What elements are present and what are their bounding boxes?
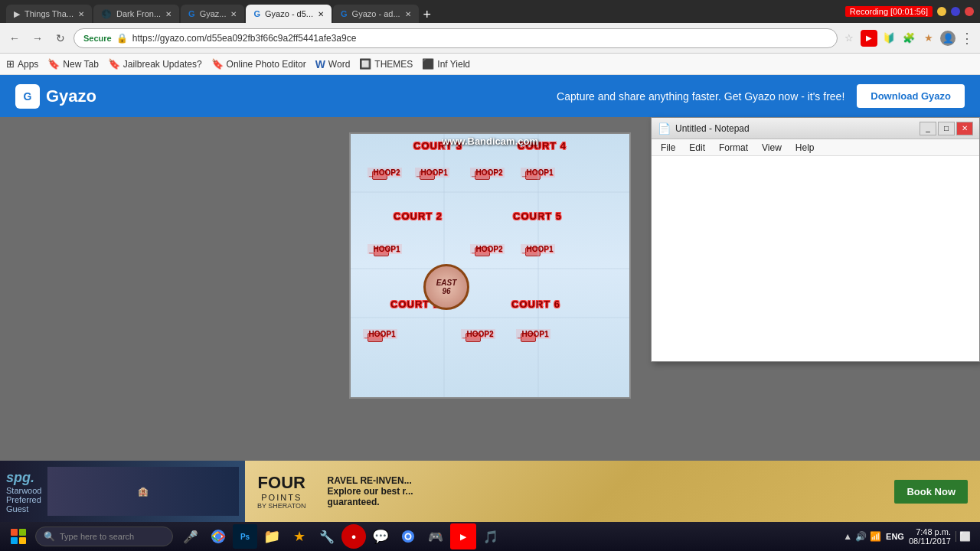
close-btn[interactable]	[965, 7, 974, 16]
notepad-file[interactable]: File	[655, 141, 681, 155]
show-desktop[interactable]: ⬜	[956, 531, 971, 542]
download-gyazo-button[interactable]: Download Gyazo	[857, 84, 965, 108]
tab-dark[interactable]: 🌑 Dark Fron... ✕	[93, 5, 179, 23]
bookmark-photo[interactable]: 🔖 Online Photo Editor	[211, 58, 306, 70]
notepad-close[interactable]: ✕	[956, 122, 973, 135]
book-now-button[interactable]: Book Now	[894, 480, 968, 504]
back-button[interactable]: ←	[5, 28, 24, 48]
bookmark-label: Word	[328, 59, 350, 70]
tab-label: Gyaz...	[200, 9, 227, 18]
taskbar: 🔍 Type here to search 🎤 Ps 📁 ★ 🔧 ● 💬	[0, 522, 980, 551]
four-points-logo: FOUR POINTS BY SHERATON	[257, 473, 306, 510]
tab-favicon: G	[253, 9, 260, 18]
ad-guaranteed: guaranteed.	[328, 497, 874, 507]
profile-icon[interactable]: 👤	[940, 31, 956, 46]
four-text: FOUR	[258, 473, 305, 493]
points-text: POINTS	[261, 493, 302, 502]
taskbar-music[interactable]: 🎵	[478, 523, 504, 549]
notepad-help[interactable]: Help	[789, 141, 821, 155]
svg-point-10	[406, 534, 410, 538]
taskbar-bookmark[interactable]: ★	[286, 523, 312, 549]
tab-gyazo2[interactable]: G Gyazo - d5... ✕	[246, 5, 332, 23]
secure-label: Secure	[83, 34, 112, 43]
extension-icon1[interactable]: ▶	[861, 30, 877, 47]
taskbar-bandicam[interactable]: ●	[341, 524, 366, 549]
tab-close[interactable]: ✕	[405, 10, 411, 18]
notepad-maximize[interactable]: □	[938, 122, 955, 135]
tray-network[interactable]: 📶	[870, 531, 881, 542]
bookmark-themes[interactable]: 🔲 THEMES	[359, 58, 413, 70]
taskbar-discord[interactable]: 💬	[368, 523, 394, 549]
taskbar-game[interactable]: 🎮	[423, 523, 449, 549]
bookmark-word[interactable]: W Word	[315, 58, 351, 70]
gyazo-logo: G Gyazo	[15, 84, 96, 109]
tab-gyazo1[interactable]: G Gyaz... ✕	[181, 5, 244, 23]
notepad-menu: File Edit Format View Help	[652, 139, 979, 156]
minimize-btn[interactable]	[937, 7, 946, 16]
tab-close[interactable]: ✕	[318, 10, 324, 18]
chrome-icon2	[401, 530, 415, 543]
taskbar-chrome[interactable]	[205, 523, 231, 549]
jailbreak-icon: 🔖	[108, 58, 120, 70]
game-screenshot: www.Bandicam.com COURT 3 COURT 4 _HOOP2 …	[349, 132, 631, 399]
start-button[interactable]	[3, 523, 34, 549]
win-square-yellow	[19, 537, 26, 544]
bookmark-label: New Tab	[63, 59, 98, 70]
taskbar-search[interactable]: 🔍 Type here to search	[35, 527, 173, 546]
court-layout: COURT 3 COURT 4 _HOOP2 _HOOP1 _HOOP2 _HO…	[351, 134, 629, 397]
taskbar-cortana[interactable]: 🎤	[178, 523, 204, 549]
bookmark-newtab[interactable]: 🔖 New Tab	[47, 58, 98, 70]
new-tab-button[interactable]: +	[423, 7, 432, 23]
hoop1-label-c2: _HOOP1	[368, 244, 402, 254]
notepad-format[interactable]: Format	[713, 141, 754, 155]
notepad-view[interactable]: View	[756, 141, 788, 155]
bookmark-icon[interactable]: ☆	[841, 30, 858, 47]
taskbar-youtube[interactable]: ▶	[450, 523, 476, 549]
menu-icon[interactable]: ⋮	[959, 30, 975, 47]
win-square-red	[11, 529, 18, 536]
extension-icon3[interactable]: 🧩	[900, 30, 917, 47]
bookmark-label: Inf Yield	[437, 59, 470, 70]
extension-icon4[interactable]: ★	[920, 30, 937, 47]
tab-things[interactable]: ▶ Things Tha... ✕	[6, 5, 92, 23]
taskbar-chrome2[interactable]	[395, 523, 421, 549]
notepad-controls: _ □ ✕	[920, 122, 973, 135]
extension-icon2[interactable]: 🔰	[880, 30, 897, 47]
language-indicator: ENG	[886, 532, 904, 541]
bookmark-apps[interactable]: ⊞ Apps	[6, 58, 38, 70]
taskbar-explorer[interactable]: 📁	[259, 523, 285, 549]
tray-speaker[interactable]: 🔊	[855, 531, 867, 542]
ad-image-placeholder: 🏨	[47, 467, 239, 516]
bookmarks-bar: ⊞ Apps 🔖 New Tab 🔖 Jailbreak Updates? 🔖 …	[0, 54, 980, 75]
word-icon: W	[315, 58, 325, 70]
notepad-titlebar: 📄 Untitled - Notepad _ □ ✕	[652, 118, 979, 139]
forward-button[interactable]: →	[28, 28, 47, 48]
tray-arrow[interactable]: ▲	[843, 531, 852, 542]
themes-icon: 🔲	[359, 58, 371, 70]
notepad-minimize[interactable]: _	[920, 122, 936, 135]
taskbar-photoshop[interactable]: Ps	[233, 524, 257, 549]
notepad-body[interactable]	[652, 156, 979, 361]
tab-gyazo3[interactable]: G Gyazo - ad... ✕	[333, 5, 419, 23]
maximize-btn[interactable]	[951, 7, 960, 16]
notepad-edit[interactable]: Edit	[683, 141, 711, 155]
window-controls: Recording [00:01:56]	[845, 6, 974, 17]
ad-ravel: RAVEL RE-INVEN...	[328, 475, 874, 486]
hoop2-label-c3: _HOOP2	[368, 168, 402, 178]
browser-tabs: ▶ Things Tha... ✕ 🌑 Dark Fron... ✕ G Gya…	[6, 0, 431, 23]
address-bar[interactable]: Secure 🔒 https://gyazo.com/d55ea092fb3f6…	[74, 28, 838, 48]
bookmark-infyield[interactable]: ⬛ Inf Yield	[422, 58, 470, 70]
spg-brand: spg.	[6, 470, 41, 486]
bookmark-jailbreak[interactable]: 🔖 Jailbreak Updates?	[108, 58, 202, 70]
search-placeholder: Type here to search	[60, 532, 134, 541]
photo-icon: 🔖	[211, 58, 224, 70]
tab-close[interactable]: ✕	[230, 10, 237, 18]
hoop2-label-c4: _HOOP2	[470, 168, 505, 178]
taskbar-unknown[interactable]: 🔧	[314, 523, 340, 549]
by-sheraton: BY SHERATON	[257, 502, 306, 510]
tab-label: Things Tha...	[24, 9, 74, 18]
tab-close[interactable]: ✕	[165, 10, 172, 18]
tab-close[interactable]: ✕	[78, 10, 84, 18]
reload-button[interactable]: ↻	[51, 28, 70, 48]
notepad-textarea[interactable]	[652, 156, 979, 361]
